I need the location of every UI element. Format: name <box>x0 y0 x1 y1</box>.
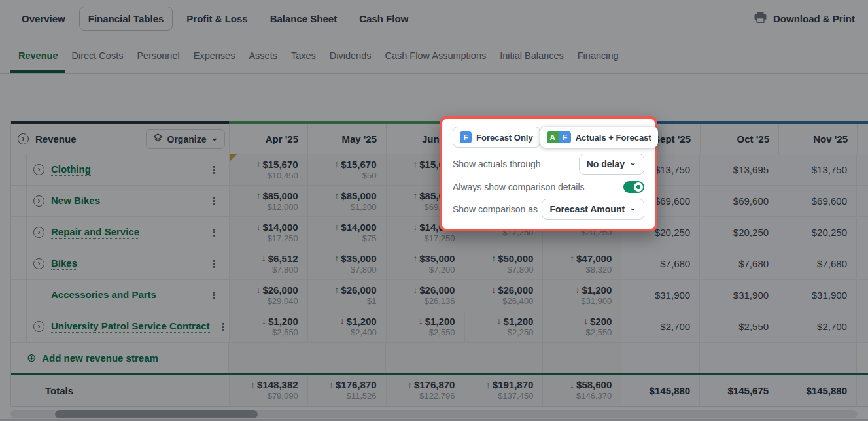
show-comparison-as-select[interactable]: Forecast Amount ⌄ <box>542 199 644 220</box>
af-badge-icon: AF <box>547 131 571 143</box>
comparison-toggle-label: Always show comparison details <box>453 182 585 192</box>
show-actuals-through-select[interactable]: No delay ⌄ <box>579 154 644 175</box>
show-actuals-through-label: Show actuals through <box>453 159 541 169</box>
dim-overlay <box>0 0 868 421</box>
actuals-forecast-button[interactable]: AF Actuals + Forecast <box>540 127 658 148</box>
no-delay-value: No delay <box>587 159 625 169</box>
comparison-details-toggle[interactable] <box>623 181 644 193</box>
forecast-only-button[interactable]: F Forecast Only <box>453 127 540 148</box>
actuals-forecast-label: Actuals + Forecast <box>576 133 651 143</box>
chevron-down-icon: ⌄ <box>629 158 636 167</box>
actuals-settings-popup: F Forecast Only AF Actuals + Forecast Sh… <box>440 116 657 231</box>
chevron-down-icon: ⌄ <box>629 203 636 212</box>
show-comparison-as-label: Show comparison as <box>453 204 538 214</box>
forecast-amount-value: Forecast Amount <box>549 204 625 214</box>
forecast-only-label: Forecast Only <box>476 133 533 143</box>
forecast-badge-icon: F <box>460 131 472 143</box>
